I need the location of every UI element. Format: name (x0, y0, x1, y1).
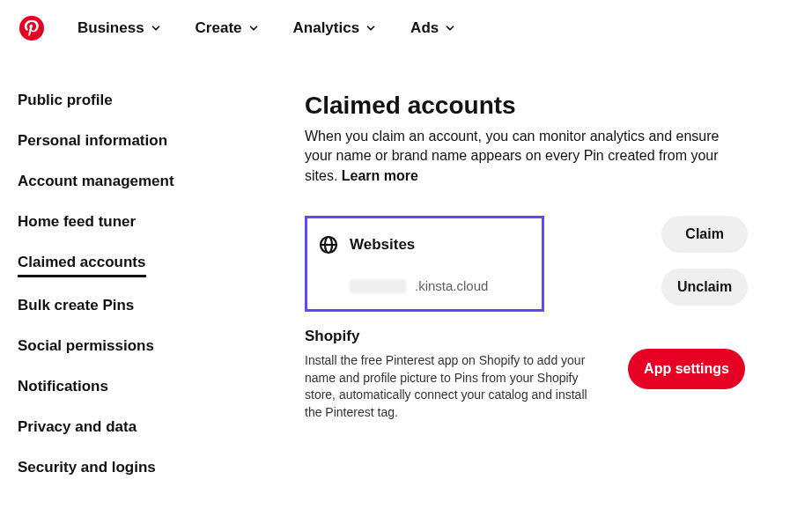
chevron-down-icon (150, 22, 162, 34)
shopify-description: Install the free Pinterest app on Shopif… (305, 352, 604, 421)
pinterest-logo[interactable] (19, 16, 44, 41)
nav-create[interactable]: Create (196, 19, 260, 37)
sidebar-item-account-management[interactable]: Account management (18, 173, 174, 194)
claim-button[interactable]: Claim (661, 216, 748, 253)
chevron-down-icon (365, 22, 377, 34)
shopify-title: Shopify (305, 328, 777, 345)
sidebar-item-notifications[interactable]: Notifications (18, 378, 108, 399)
page-title: Claimed accounts (305, 92, 777, 120)
website-redacted (350, 279, 406, 293)
globe-icon (318, 234, 339, 255)
websites-title: Websites (350, 236, 415, 254)
unclaim-button[interactable]: Unclaim (661, 269, 748, 306)
top-nav: Business Create Analytics Ads (0, 0, 812, 49)
nav-label: Business (78, 19, 144, 37)
main: Claimed accounts When you claim an accou… (282, 92, 794, 480)
sidebar-item-personal-information[interactable]: Personal information (18, 132, 167, 153)
sidebar-item-social-permissions[interactable]: Social permissions (18, 337, 154, 358)
websites-row: Websites .kinsta.cloud Claim Unclaim (305, 216, 777, 312)
chevron-down-icon (444, 22, 456, 34)
websites-block: Websites .kinsta.cloud (305, 216, 544, 312)
sidebar-item-bulk-create-pins[interactable]: Bulk create Pins (18, 297, 134, 318)
website-domain: .kinsta.cloud (415, 278, 488, 293)
chevron-down-icon (247, 22, 260, 34)
page-description: When you claim an account, you can monit… (305, 127, 745, 186)
shopify-section: Shopify Install the free Pinterest app o… (305, 328, 777, 421)
nav-ads[interactable]: Ads (410, 19, 456, 37)
learn-more-link[interactable]: Learn more (342, 168, 418, 183)
sidebar: Public profile Personal information Acco… (18, 92, 282, 480)
nav-label: Analytics (293, 19, 360, 37)
content: Public profile Personal information Acco… (0, 49, 812, 480)
websites-header: Websites (318, 234, 526, 255)
sidebar-item-claimed-accounts[interactable]: Claimed accounts (18, 254, 146, 277)
nav-analytics[interactable]: Analytics (293, 19, 378, 37)
sidebar-item-public-profile[interactable]: Public profile (18, 92, 113, 113)
sidebar-item-home-feed-tuner[interactable]: Home feed tuner (18, 213, 136, 234)
nav-label: Ads (410, 19, 439, 37)
nav-business[interactable]: Business (78, 19, 162, 37)
websites-actions: Claim Unclaim (661, 216, 748, 306)
nav-label: Create (196, 19, 242, 37)
sidebar-item-privacy-and-data[interactable]: Privacy and data (18, 418, 137, 439)
app-settings-button[interactable]: App settings (628, 349, 745, 389)
sidebar-item-security-and-logins[interactable]: Security and logins (18, 459, 156, 480)
website-entry: .kinsta.cloud (318, 278, 526, 293)
